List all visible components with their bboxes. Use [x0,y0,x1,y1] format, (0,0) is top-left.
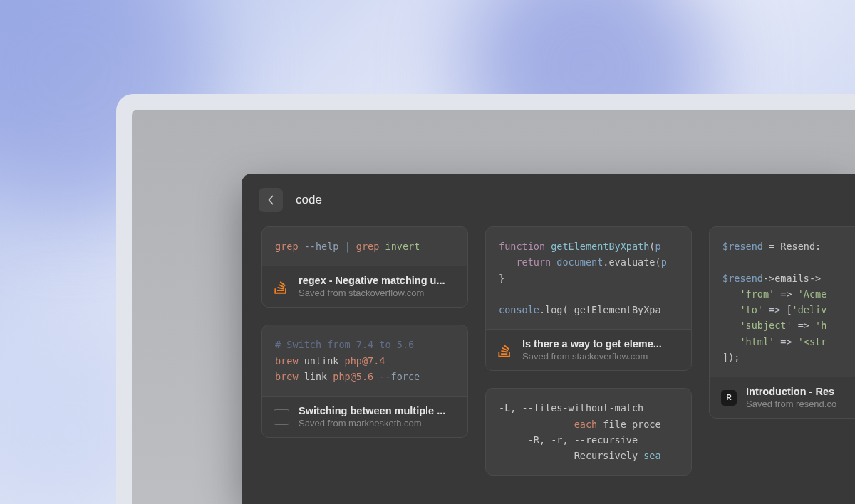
snippet-card[interactable]: -L, --files-without-match each file proc… [485,388,692,476]
card-footer: regex - Negative matching u... Saved fro… [262,266,467,307]
snippet-card[interactable]: # Switch from 7.4 to 5.6 brew unlink php… [261,325,468,438]
column-1: grep --help | grep invert regex - Negati… [261,226,468,438]
code-preview: -L, --files-without-match each file proc… [486,389,691,475]
column-2: function getElementByXpath(p return docu… [485,226,692,476]
app-header: code [242,174,855,226]
code-preview: function getElementByXpath(p return docu… [486,227,691,329]
card-title: regex - Negative matching u... [299,275,456,286]
stackoverflow-icon [274,279,289,295]
card-source: Saved from markhesketh.com [299,418,456,429]
code-preview: $resend = Resend: $resend->emails-> 'fro… [710,227,855,377]
card-source: Saved from stackoverflow.com [299,288,456,298]
search-input[interactable]: code [296,193,322,207]
snippet-card[interactable]: grep --help | grep invert regex - Negati… [261,226,468,308]
code-preview: grep --help | grep invert [262,227,467,266]
card-title: Is there a way to get eleme... [522,338,680,350]
snippet-card[interactable]: $resend = Resend: $resend->emails-> 'fro… [709,226,855,419]
snippet-card[interactable]: function getElementByXpath(p return docu… [485,226,692,371]
card-footer: Switching between multiple ... Saved fro… [262,396,467,437]
card-footer: R Introduction - Res Saved from resend.c… [710,377,855,418]
app-window: code grep --help | grep invert regex - N… [242,174,855,504]
back-button[interactable] [259,188,283,212]
stackoverflow-icon [497,342,513,358]
card-source: Saved from stackoverflow.com [522,351,680,362]
card-title: Switching between multiple ... [299,405,456,416]
outer-browser-frame: code grep --help | grep invert regex - N… [116,94,855,504]
cards-grid: grep --help | grep invert regex - Negati… [242,226,855,476]
card-title: Introduction - Res [746,386,855,397]
code-preview: # Switch from 7.4 to 5.6 brew unlink php… [262,325,467,396]
card-source: Saved from resend.co [746,399,855,409]
column-3: $resend = Resend: $resend->emails-> 'fro… [709,226,855,419]
card-footer: Is there a way to get eleme... Saved fro… [486,329,691,370]
inner-browser-frame: code grep --help | grep invert regex - N… [132,110,855,504]
placeholder-icon [274,409,289,425]
chevron-left-icon [268,195,274,205]
resend-icon: R [721,390,737,406]
